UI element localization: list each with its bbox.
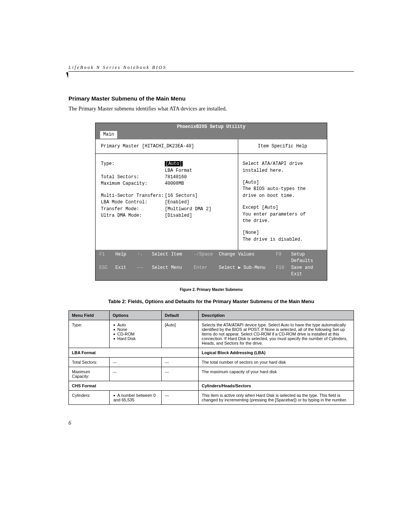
- bios-field-label: Multi-Sector Transfers:: [101, 193, 165, 199]
- bios-field-label: Type:: [101, 161, 165, 167]
- table-cell-description: This item is active only when Hard Disk …: [199, 390, 354, 404]
- table-cell-options: ---: [110, 367, 162, 381]
- table-cell-field: Cylinders:: [69, 390, 110, 404]
- bios-lba-format-label: LBA Format: [165, 168, 233, 174]
- bios-field-value: [Enabled]: [165, 199, 233, 206]
- figure-caption: Figure 2. Primary Master Submenu: [68, 288, 354, 292]
- bios-field-value: [16 Sectors]: [165, 193, 233, 199]
- table-cell-options: AutoNoneCD-ROMHard Disk: [110, 320, 162, 348]
- table-section-label: CHS Format: [69, 381, 199, 390]
- bios-help-text: Select ATA/ATAPI drive installed here. […: [238, 154, 327, 250]
- bios-field-label: Transfer Mode:: [101, 206, 165, 212]
- bios-field-label: Maximum Capacity:: [101, 181, 165, 187]
- bios-tab-main: Main: [100, 131, 117, 138]
- table-cell-field: Maximum Capacity:: [69, 367, 110, 381]
- table-cell-default: [Auto]: [162, 320, 199, 348]
- table-cell-default: ---: [162, 367, 199, 381]
- table-cell-description: Selects the ATA/ATAPI device type. Selec…: [199, 320, 354, 348]
- header-tab-mark: [66, 72, 68, 78]
- bios-screenshot: PhoenixBIOS Setup Utility Main Primary M…: [95, 123, 327, 281]
- table-cell-description: The total number of sectors on your hard…: [199, 357, 354, 367]
- table-cell-options: A number between 0 and 65,535: [110, 390, 162, 404]
- bios-field-value: 78140160: [165, 174, 233, 181]
- section-heading: Primary Master Submenu of the Main Menu: [68, 95, 354, 102]
- th-field: Menu Field: [69, 310, 110, 320]
- bios-field-label: LBA Mode Control:: [101, 199, 165, 206]
- table-cell-field: Total Sectors:: [69, 357, 110, 367]
- page-number: 6: [68, 420, 354, 426]
- table-cell-field: Type:: [69, 320, 110, 348]
- bios-help-header: Item Specific Help: [238, 139, 327, 154]
- th-description: Description: [199, 310, 354, 320]
- table-cell-options: ---: [110, 357, 162, 367]
- table-section-desc: Cylinders/Heads/Sectors: [199, 381, 354, 390]
- bios-field-value: [Multiword DMA 2]: [165, 206, 233, 212]
- th-default: Default: [162, 310, 199, 320]
- running-header: LifeBook N Series Notebook BIOS: [68, 65, 354, 72]
- table-cell-default: ---: [162, 357, 199, 367]
- table-caption: Table 2: Fields, Options and Defaults fo…: [68, 299, 354, 304]
- table-cell-description: The maximum capacity of your hard disk: [199, 367, 354, 381]
- table-section-desc: Logical Block Addressing (LBA): [199, 348, 354, 357]
- section-intro: The Primary Master submenu identifies wh…: [68, 105, 354, 112]
- th-options: Options: [110, 310, 162, 320]
- table-cell-default: —: [162, 390, 199, 404]
- bios-footer: F1 Help ↑↓ Select Item -/Space Change Va…: [96, 250, 327, 280]
- bios-field-label: Ultra DMA Mode:: [101, 212, 165, 219]
- bios-field-label: Total Sectors:: [101, 174, 165, 181]
- table-section-label: LBA Format: [69, 348, 199, 357]
- bios-field-value-selected: [Auto]: [165, 161, 183, 166]
- bios-title: PhoenixBIOS Setup Utility: [96, 123, 327, 131]
- bios-field-value: 40008MB: [165, 181, 233, 187]
- bios-field-value: [Disabled]: [165, 212, 233, 219]
- bios-menubar: Main: [96, 131, 327, 139]
- bios-left-header: Primary Master [HITACHI_DK23EA-40]: [96, 139, 238, 154]
- fields-table: Menu Field Options Default Description T…: [68, 310, 354, 405]
